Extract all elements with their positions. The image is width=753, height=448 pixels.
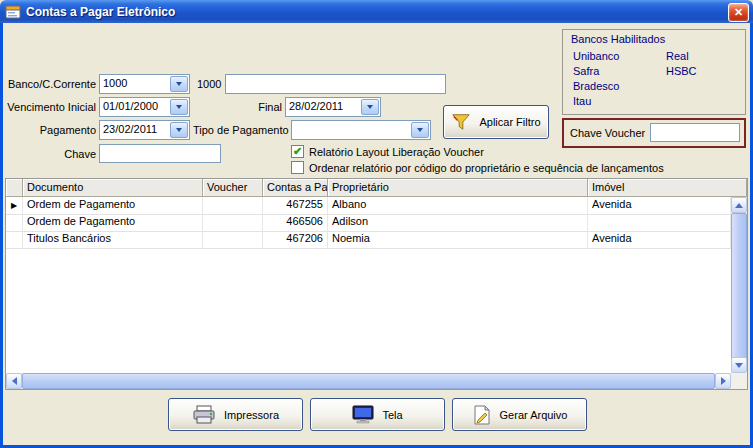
- filter-funnel-icon: [451, 112, 471, 132]
- monitor-icon: [352, 405, 374, 425]
- title-bar[interactable]: Contas a Pagar Eletrônico ✕: [0, 0, 753, 23]
- tela-button[interactable]: Tela: [310, 398, 445, 431]
- banco-combo[interactable]: 1000: [99, 74, 190, 94]
- printer-icon: [192, 405, 216, 425]
- close-button[interactable]: ✕: [728, 3, 749, 22]
- relatorio-layout-checkbox[interactable]: ✔: [291, 145, 304, 158]
- checkmark-icon: ✔: [293, 146, 302, 157]
- banco-item: Unibanco: [573, 49, 619, 64]
- gerar-arquivo-label: Gerar Arquivo: [500, 409, 568, 421]
- window-title: Contas a Pagar Eletrônico: [26, 5, 175, 19]
- vencimento-inicial-label: Vencimento Inicial: [0, 101, 96, 113]
- chevron-down-icon: [417, 128, 423, 132]
- banco-item: Itau: [573, 94, 619, 109]
- ordenar-relatorio-checkbox[interactable]: [291, 161, 304, 174]
- window: Contas a Pagar Eletrônico ✕ Bancos Habil…: [0, 0, 753, 448]
- banco-ccorrente-label: Banco/C.Corrente: [0, 78, 96, 90]
- final-label: Final: [248, 101, 282, 113]
- arrow-up-icon: [735, 203, 743, 208]
- grid-header-contas-a-pagar[interactable]: Contas a Pagar: [263, 179, 328, 197]
- final-dropdown-button[interactable]: [361, 99, 379, 115]
- pagamento-datepicker[interactable]: 23/02/2011: [99, 120, 190, 140]
- cell-voucher[interactable]: [203, 214, 263, 231]
- impressora-button[interactable]: Impressora: [168, 398, 303, 431]
- final-datepicker[interactable]: 28/02/2011: [285, 97, 381, 117]
- row-indicator-icon: ▶: [6, 197, 23, 214]
- banco-desc-field[interactable]: [225, 74, 446, 94]
- chave-voucher-label: Chave Voucher: [570, 127, 645, 139]
- vertical-scrollbar-thumb[interactable]: [731, 213, 747, 361]
- scroll-right-button[interactable]: [715, 373, 731, 389]
- chevron-down-icon: [176, 105, 182, 109]
- banco-item: Real: [666, 49, 697, 64]
- table-row[interactable]: Ordem de Pagamento 466506 Adilson: [6, 214, 731, 232]
- chave-label: Chave: [0, 148, 96, 160]
- grid-header-imovel[interactable]: Imóvel: [588, 179, 747, 197]
- cell-voucher[interactable]: [203, 197, 263, 214]
- row-indicator-empty: [6, 214, 23, 231]
- arrow-down-icon: [735, 363, 743, 368]
- gerar-arquivo-button[interactable]: Gerar Arquivo: [452, 398, 587, 431]
- tela-label: Tela: [382, 409, 402, 421]
- scrollbar-corner: [731, 373, 747, 389]
- arrow-left-icon: [12, 377, 17, 385]
- tipo-pagamento-combo[interactable]: [291, 120, 431, 140]
- horizontal-scrollbar-thumb[interactable]: [22, 373, 715, 389]
- vencimento-inicial-datepicker[interactable]: 01/01/2000: [99, 97, 190, 117]
- tipo-pagamento-dropdown-button[interactable]: [411, 122, 429, 138]
- scroll-left-button[interactable]: [6, 373, 22, 389]
- relatorio-layout-checkbox-label[interactable]: Relatório Layout Liberação Voucher: [309, 146, 484, 158]
- final-value: 28/02/2011: [286, 98, 360, 116]
- bancos-column-1: Unibanco Safra Bradesco Itau: [573, 49, 619, 109]
- chave-voucher-input[interactable]: [650, 123, 740, 142]
- banco-combo-dropdown-button[interactable]: [170, 76, 188, 92]
- aplicar-filtro-button[interactable]: Aplicar Filtro: [443, 105, 549, 139]
- cell-contas-a-pagar[interactable]: 466506: [263, 214, 328, 231]
- cell-imovel[interactable]: Avenida: [588, 197, 731, 214]
- grid-header-voucher[interactable]: Voucher: [203, 179, 263, 197]
- pagamento-label: Pagamento: [0, 124, 96, 136]
- banco-combo-value: 1000: [100, 75, 169, 93]
- table-row[interactable]: ▶ Ordem de Pagamento 467255 Albano Aveni…: [6, 197, 731, 215]
- cell-contas-a-pagar[interactable]: 467206: [263, 231, 328, 248]
- cell-contas-a-pagar[interactable]: 467255: [263, 197, 328, 214]
- contas-grid: Documento Voucher Contas a Pagar Proprie…: [5, 178, 748, 390]
- bancos-column-2: Real HSBC: [666, 49, 697, 79]
- row-indicator-empty: [6, 231, 23, 248]
- arrow-right-icon: [721, 377, 726, 385]
- banco-item: Safra: [573, 64, 619, 79]
- banco-item: HSBC: [666, 64, 697, 79]
- cell-proprietario[interactable]: Noemia: [328, 231, 588, 248]
- banco-desc-prefix: 1000 -: [197, 78, 228, 90]
- vertical-scrollbar[interactable]: [731, 197, 747, 373]
- vencimento-inicial-value: 01/01/2000: [100, 98, 169, 116]
- chave-input[interactable]: [99, 144, 221, 163]
- cell-documento[interactable]: Titulos Bancários: [23, 231, 203, 248]
- cell-proprietario[interactable]: Adilson: [328, 214, 588, 231]
- ordenar-relatorio-checkbox-label[interactable]: Ordenar relatório por código do propriet…: [309, 162, 664, 174]
- scroll-up-button[interactable]: [731, 197, 747, 213]
- grid-header-proprietario[interactable]: Proprietário: [328, 179, 588, 197]
- cell-voucher[interactable]: [203, 231, 263, 248]
- impressora-label: Impressora: [224, 409, 279, 421]
- horizontal-scrollbar[interactable]: [6, 373, 731, 389]
- cell-imovel[interactable]: Avenida: [588, 231, 731, 248]
- aplicar-filtro-label: Aplicar Filtro: [479, 116, 540, 128]
- grid-header-indicator: [6, 179, 23, 197]
- vencimento-inicial-dropdown-button[interactable]: [170, 99, 188, 115]
- table-row[interactable]: Titulos Bancários 467206 Noemia Avenida: [6, 231, 731, 249]
- tipo-pagamento-value: [292, 121, 410, 139]
- bancos-habilitados-groupbox: Bancos Habilitados Unibanco Safra Brades…: [562, 29, 746, 115]
- cell-proprietario[interactable]: Albano: [328, 197, 588, 214]
- cell-imovel[interactable]: [588, 214, 731, 231]
- grid-header-row: Documento Voucher Contas a Pagar Proprie…: [6, 179, 747, 197]
- document-icon: [472, 405, 492, 425]
- bancos-habilitados-title: Bancos Habilitados: [571, 33, 665, 45]
- cell-documento[interactable]: Ordem de Pagamento: [23, 214, 203, 231]
- close-icon: ✕: [734, 6, 743, 19]
- cell-documento[interactable]: Ordem de Pagamento: [23, 197, 203, 214]
- chevron-down-icon: [367, 105, 373, 109]
- grid-header-documento[interactable]: Documento: [23, 179, 203, 197]
- scroll-down-button[interactable]: [731, 357, 747, 373]
- pagamento-dropdown-button[interactable]: [170, 122, 188, 138]
